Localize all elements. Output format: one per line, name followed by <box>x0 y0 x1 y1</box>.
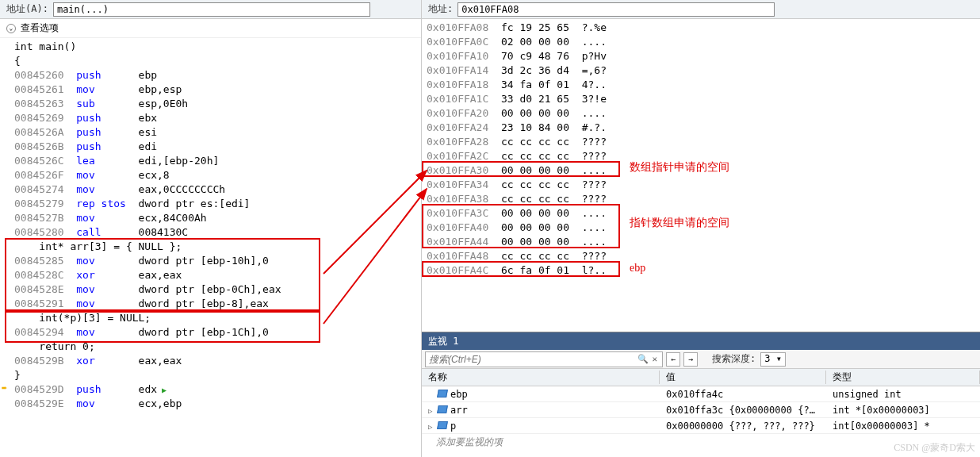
memory-dump[interactable]: 0x010FFA08 fc 19 25 65 ?.%e0x010FFA0C 02… <box>422 19 980 332</box>
watch-row[interactable]: ebp0x010ffa4cunsigned int <box>422 386 980 402</box>
memory-row[interactable]: 0x010FFA44 00 00 00 00 .... <box>427 235 980 249</box>
watch-toolbar: 🔍 ✕ ← → 搜索深度: 3 ▾ <box>422 350 980 369</box>
search-icon[interactable]: 🔍 <box>636 354 650 364</box>
asm-line[interactable]: 00845274 mov eax,0CCCCCCCCh <box>14 182 421 197</box>
asm-line[interactable]: 0084526F mov ecx,8 <box>14 168 421 182</box>
col-name[interactable]: 名称 <box>422 371 660 384</box>
asm-line[interactable]: 00845294 mov dword ptr [ebp-1Ch],0 <box>14 325 421 340</box>
clear-icon[interactable]: ✕ <box>650 354 659 364</box>
expand-icon[interactable]: ▷ <box>428 423 436 431</box>
memory-watch-pane: 地址: 0x010FFA08 fc 19 25 65 ?.%e0x010FFA0… <box>422 0 980 457</box>
memory-address-input[interactable] <box>457 2 775 17</box>
memory-row[interactable]: 0x010FFA24 23 10 84 00 #.?. <box>427 121 980 135</box>
nav-back-button[interactable]: ← <box>666 352 680 367</box>
annotation-text-1: 数组指针申请的空间 <box>630 160 729 175</box>
memory-row[interactable]: 0x010FFA10 70 c9 48 76 p?Hv <box>427 49 980 63</box>
asm-line[interactable]: 0084529E mov ecx,ebp <box>14 397 421 411</box>
source-line: int* arr[3] = { NULL }; <box>14 240 421 254</box>
watch-panel: 监视 1 🔍 ✕ ← → 搜索深度: 3 ▾ 名称 值 类型 ebp0x010f… <box>422 332 980 457</box>
watch-search-box[interactable]: 🔍 ✕ <box>425 351 663 367</box>
source-line: int(*p)[3] = NULL; <box>14 311 421 325</box>
current-line-arrow-icon: ➨ <box>2 382 7 394</box>
depth-select[interactable]: 3 ▾ <box>760 352 786 367</box>
memory-row[interactable]: 0x010FFA38 cc cc cc cc ???? <box>427 192 980 206</box>
memory-row[interactable]: 0x010FFA4C 6c fa 0f 01 l?.. <box>427 263 980 278</box>
asm-line[interactable]: 00845261 mov ebp,esp <box>14 83 421 97</box>
left-address-bar: 地址(A): <box>0 0 421 19</box>
asm-line[interactable]: 0084526C lea edi,[ebp-20h] <box>14 154 421 168</box>
chevron-down-icon[interactable]: ⌄ <box>6 24 16 33</box>
memory-row[interactable]: 0x010FFA1C 33 d0 21 65 3?!e <box>427 92 980 106</box>
view-options-header[interactable]: ⌄ 查看选项 <box>0 19 421 38</box>
col-type[interactable]: 类型 <box>826 371 980 384</box>
annotation-text-2: 指针数组申请的空间 <box>630 216 729 230</box>
memory-row[interactable]: 0x010FFA20 00 00 00 00 .... <box>427 106 980 121</box>
memory-row[interactable]: 0x010FFA14 3d 2c 36 d4 =,6? <box>427 63 980 78</box>
asm-line[interactable]: 0084526B push edi <box>14 140 421 154</box>
asm-line[interactable]: 0084527B mov ecx,84C00Ah <box>14 211 421 225</box>
variable-icon <box>437 421 448 429</box>
address-label: 地址: <box>428 2 453 16</box>
asm-line[interactable]: 00845279 rep stos dword ptr es:[edi] <box>14 197 421 211</box>
variable-icon <box>437 390 448 397</box>
source-line: } <box>14 368 421 382</box>
play-icon: ▶ <box>162 383 167 397</box>
memory-row[interactable]: 0x010FFA0C 02 00 00 00 .... <box>427 35 980 49</box>
watermark: CSDN @蒙奇D索大 <box>894 441 975 455</box>
asm-line[interactable]: 0084529B xor eax,eax <box>14 354 421 368</box>
watch-row[interactable]: ▷arr0x010ffa3c {0x00000000 {?...int *[0x… <box>422 402 980 418</box>
memory-row[interactable]: 0x010FFA48 cc cc cc cc ???? <box>427 249 980 263</box>
address-label: 地址(A): <box>6 2 48 16</box>
asm-line[interactable]: 00845291 mov dword ptr [ebp-8],eax <box>14 297 421 311</box>
disassembly-listing[interactable]: int main(){00845260 push ebp00845261 mov… <box>0 38 421 457</box>
disassembly-pane: 地址(A): ⌄ 查看选项 int main(){00845260 push e… <box>0 0 422 457</box>
watch-row[interactable]: ▷p0x00000000 {???, ???, ???}int[0x000000… <box>422 418 980 434</box>
expand-icon[interactable]: ▷ <box>428 407 436 415</box>
view-options-label: 查看选项 <box>21 21 59 35</box>
search-input[interactable] <box>429 354 636 365</box>
source-line: return 0; <box>14 340 421 354</box>
col-value[interactable]: 值 <box>660 371 826 384</box>
memory-row[interactable]: 0x010FFA34 cc cc cc cc ???? <box>427 178 980 192</box>
memory-row[interactable]: 0x010FFA28 cc cc cc cc ???? <box>427 135 980 149</box>
annotation-text-3: ebp <box>630 262 645 275</box>
asm-line[interactable]: 00845285 mov dword ptr [ebp-10h],0 <box>14 254 421 268</box>
asm-line[interactable]: 00845269 push ebx <box>14 111 421 125</box>
asm-line[interactable]: 00845280 call 0084130C <box>14 225 421 240</box>
asm-line[interactable]: 0084528E mov dword ptr [ebp-0Ch],eax <box>14 282 421 297</box>
depth-label: 搜索深度: <box>712 352 756 366</box>
right-address-bar: 地址: <box>422 0 980 19</box>
memory-row[interactable]: 0x010FFA08 fc 19 25 65 ?.%e <box>427 21 980 35</box>
source-line: { <box>14 54 421 68</box>
source-line: int main() <box>14 40 421 54</box>
nav-fwd-button[interactable]: → <box>683 352 698 367</box>
asm-line[interactable]: 00845263 sub esp,0E0h <box>14 97 421 111</box>
asm-line[interactable]: 00845260 push ebp <box>14 68 421 83</box>
asm-line[interactable]: 0084529D push edx▶ <box>14 382 421 397</box>
asm-line[interactable]: 0084526A push esi <box>14 125 421 140</box>
variable-icon <box>437 405 448 413</box>
watch-title: 监视 1 <box>422 332 980 350</box>
address-input[interactable] <box>53 2 370 17</box>
asm-line[interactable]: 0084528C xor eax,eax <box>14 268 421 282</box>
memory-row[interactable]: 0x010FFA18 34 fa 0f 01 4?.. <box>427 78 980 92</box>
watch-header-row: 名称 值 类型 <box>422 369 980 386</box>
